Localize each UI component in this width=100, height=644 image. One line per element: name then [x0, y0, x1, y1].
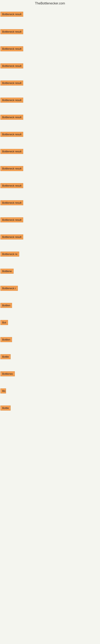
bottleneck-item: Bottleneck result: [0, 29, 23, 35]
bottleneck-item: Bottle: [0, 354, 11, 360]
bottleneck-label: Bottleneck result: [0, 12, 23, 17]
bottleneck-item: Bottleneck result: [0, 46, 23, 52]
bottleneck-item: Bottleneck result: [0, 217, 23, 223]
bottleneck-label: Bottleneck r: [0, 286, 18, 291]
bottleneck-label: Bottle: [0, 354, 11, 359]
bottleneck-item: Bottleneck result: [0, 183, 23, 189]
bottleneck-label: Bottleneck result: [0, 115, 23, 120]
bottleneck-item: Bottleneck re: [0, 252, 19, 258]
bottleneck-item: Bot: [0, 320, 8, 326]
bottleneck-label: Bottleneck result: [0, 132, 23, 137]
bottleneck-item: Bottleneck result: [0, 115, 23, 120]
bottleneck-item: Bottleneck result: [0, 98, 23, 104]
bottleneck-label: Bottleneck result: [0, 200, 23, 205]
bottleneck-label: Bottleneck result: [0, 234, 23, 240]
bottleneck-label: Bottleneck result: [0, 166, 23, 171]
bottleneck-label: Bottleneck result: [0, 149, 23, 154]
bottleneck-item: Bottleneck r: [0, 286, 18, 292]
bottleneck-item: Bottleneck result: [0, 149, 23, 155]
bottleneck-item: Bottlen: [0, 337, 12, 343]
site-title: TheBottlenecker.com: [0, 0, 100, 6]
bottleneck-label: Bottle: [0, 406, 11, 410]
bottleneck-label: Bottleneck result: [0, 217, 23, 222]
bottleneck-item: Bottlen: [0, 303, 12, 309]
bottleneck-item: Bottleneck result: [0, 64, 23, 69]
bottleneck-item: Bottleneck result: [0, 12, 23, 18]
bottleneck-label: Bottlenec: [0, 371, 15, 376]
bottleneck-item: Bo: [0, 388, 6, 394]
bottleneck-label: Bottlen: [0, 303, 12, 308]
bottleneck-label: Bottleneck result: [0, 80, 23, 86]
bottleneck-label: Bottleneck result: [0, 64, 23, 68]
bottleneck-label: Bottleneck result: [0, 46, 23, 51]
bottleneck-label: Bottleneck result: [0, 183, 23, 188]
bottleneck-item: Bottleneck result: [0, 166, 23, 172]
bottleneck-label: Bo: [0, 388, 6, 394]
bottleneck-item: Bottleneck result: [0, 80, 23, 86]
bottleneck-item: Bottleneck result: [0, 234, 23, 240]
bottleneck-item: Bottle: [0, 406, 11, 411]
bottleneck-item: Bottlenec: [0, 371, 15, 377]
bottleneck-label: Bottlen: [0, 337, 12, 342]
bottleneck-label: Bottleneck re: [0, 252, 19, 256]
bottleneck-label: Bot: [0, 320, 8, 325]
bottleneck-item: Bottleneck result: [0, 200, 23, 206]
bottleneck-label: Bottleneck result: [0, 29, 23, 34]
bottleneck-label: Bottleneck result: [0, 98, 23, 103]
bottleneck-item: Bottleneck result: [0, 132, 23, 138]
bottleneck-item: Bottlene: [0, 269, 14, 274]
bottleneck-label: Bottlene: [0, 269, 14, 274]
